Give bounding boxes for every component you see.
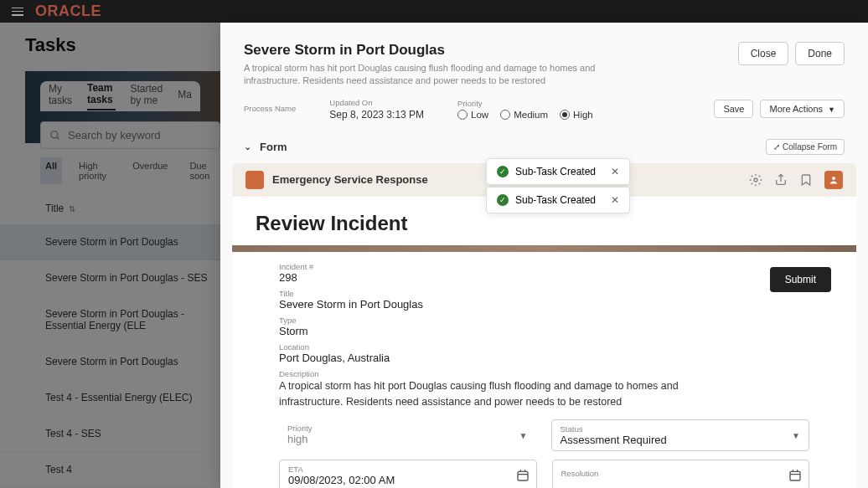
updated-label: Updated On (329, 98, 424, 107)
more-actions-button[interactable]: More Actions▼ (760, 100, 845, 118)
updated-value: Sep 8, 2023 3:13 PM (329, 109, 424, 121)
calendar-icon[interactable] (516, 469, 530, 482)
priority-medium[interactable]: Medium (500, 110, 548, 120)
check-icon: ✓ (497, 166, 509, 177)
updated-on-field: Updated On Sep 8, 2023 3:13 PM (329, 98, 424, 121)
toast-message: Sub-Task Created (515, 166, 596, 177)
description-field: Description A tropical storm has hit por… (279, 369, 809, 410)
topbar: ORACLE (0, 0, 868, 23)
panel-header: Severe Storm in Port Douglas A tropical … (220, 23, 868, 98)
app-name: Emergency Service Response (272, 173, 428, 186)
collapse-icon: ⤢ (773, 142, 780, 152)
close-icon[interactable]: ✕ (611, 194, 619, 206)
check-icon: ✓ (497, 194, 509, 206)
calendar-icon[interactable] (788, 469, 802, 482)
chevron-down-icon[interactable]: ⌄ (244, 141, 251, 152)
avatar[interactable] (824, 171, 843, 189)
chevron-down-icon: ▼ (828, 105, 835, 114)
process-label: Process Name (244, 104, 296, 113)
priority-select[interactable]: Priority high ▼ (279, 419, 536, 451)
svg-rect-8 (790, 472, 800, 481)
svg-rect-4 (518, 472, 528, 481)
title-field: Title Severe Storm in Port Douglas (279, 289, 809, 311)
chevron-down-icon: ▼ (792, 431, 800, 440)
priority-label: Priority (457, 99, 593, 108)
toast-subtask-created: ✓ Sub-Task Created ✕ (486, 187, 630, 213)
hero-image (232, 245, 856, 252)
brand-logo[interactable]: ORACLE (35, 3, 101, 20)
incident-number-field: Incident # 298 (279, 262, 809, 284)
type-field: Type Storm (279, 316, 809, 337)
location-field: Location Port Douglas, Australia (279, 342, 809, 364)
resolution-input[interactable]: Resolution (552, 460, 810, 488)
chevron-down-icon: ▼ (519, 431, 528, 440)
save-button[interactable]: Save (714, 100, 753, 118)
modal-backdrop (0, 23, 220, 488)
toast-message: Sub-Task Created (515, 194, 596, 206)
menu-icon[interactable] (12, 8, 23, 16)
priority-high[interactable]: High (560, 110, 593, 120)
gear-icon[interactable] (749, 173, 762, 187)
close-icon[interactable]: ✕ (611, 166, 619, 177)
task-panel: Severe Storm in Port Douglas A tropical … (220, 23, 868, 488)
task-subtitle: A tropical storm has hit port Douglas ca… (244, 62, 612, 88)
collapse-form-button[interactable]: ⤢Collapse Form (766, 139, 845, 155)
form-label: Form (260, 141, 287, 153)
priority-low[interactable]: Low (457, 110, 488, 120)
svg-point-3 (832, 177, 835, 180)
app-icon (245, 171, 264, 189)
submit-button[interactable]: Submit (770, 267, 831, 292)
meta-row: Process Name Updated On Sep 8, 2023 3:13… (220, 98, 868, 132)
bookmark-icon[interactable] (799, 173, 813, 187)
status-select[interactable]: Status Assessment Required ▼ (551, 419, 810, 451)
svg-point-2 (754, 178, 757, 182)
share-icon[interactable] (774, 173, 788, 187)
sidebar: Tasks My tasks Team tasks Started by me … (0, 23, 220, 488)
eta-input[interactable]: ETA 09/08/2023, 02:00 AM (279, 460, 537, 488)
done-button[interactable]: Done (795, 42, 845, 65)
process-name-field: Process Name (244, 104, 296, 115)
toast-subtask-created: ✓ Sub-Task Created ✕ (486, 158, 630, 185)
priority-field: Priority Low Medium High (457, 99, 593, 120)
task-title: Severe Storm in Port Douglas (244, 42, 612, 59)
close-button[interactable]: Close (738, 42, 789, 65)
